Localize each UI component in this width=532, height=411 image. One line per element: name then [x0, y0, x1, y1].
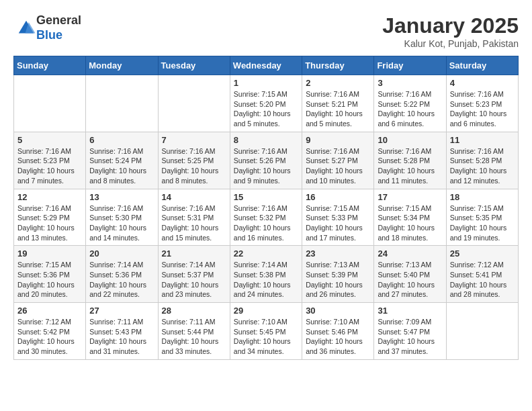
day-info: Sunrise: 7:16 AMSunset: 5:31 PMDaylight:…	[162, 203, 226, 243]
day-info: Sunrise: 7:15 AMSunset: 5:34 PMDaylight:…	[378, 203, 442, 243]
day-number: 24	[378, 248, 442, 259]
day-info: Sunrise: 7:16 AMSunset: 5:22 PMDaylight:…	[378, 89, 442, 129]
day-info: Sunrise: 7:13 AMSunset: 5:40 PMDaylight:…	[378, 260, 442, 300]
calendar-week-row: 19Sunrise: 7:15 AMSunset: 5:36 PMDayligh…	[14, 246, 519, 303]
day-info: Sunrise: 7:15 AMSunset: 5:20 PMDaylight:…	[234, 89, 298, 129]
day-number: 22	[234, 248, 298, 259]
logo-general-text: General	[36, 13, 81, 28]
day-info: Sunrise: 7:16 AMSunset: 5:29 PMDaylight:…	[17, 203, 82, 243]
day-number: 29	[234, 306, 298, 316]
day-number: 16	[306, 192, 370, 202]
weekday-header-wednesday: Wednesday	[230, 56, 302, 75]
day-number: 18	[450, 192, 515, 202]
calendar-cell: 26Sunrise: 7:12 AMSunset: 5:42 PMDayligh…	[14, 303, 86, 360]
calendar-cell: 25Sunrise: 7:12 AMSunset: 5:41 PMDayligh…	[446, 246, 518, 303]
calendar-cell: 27Sunrise: 7:11 AMSunset: 5:43 PMDayligh…	[86, 303, 158, 360]
day-number: 21	[162, 248, 226, 259]
day-number: 27	[89, 306, 154, 316]
calendar-cell: 11Sunrise: 7:16 AMSunset: 5:28 PMDayligh…	[446, 132, 518, 189]
day-number: 4	[450, 78, 515, 88]
calendar-cell: 5Sunrise: 7:16 AMSunset: 5:23 PMDaylight…	[14, 132, 86, 189]
day-info: Sunrise: 7:16 AMSunset: 5:23 PMDaylight:…	[450, 89, 515, 129]
calendar-cell: 16Sunrise: 7:15 AMSunset: 5:33 PMDayligh…	[302, 189, 374, 246]
weekday-header-friday: Friday	[374, 56, 446, 75]
calendar-cell: 10Sunrise: 7:16 AMSunset: 5:28 PMDayligh…	[374, 132, 446, 189]
day-number: 9	[306, 135, 370, 145]
day-number: 19	[17, 248, 82, 259]
calendar-cell: 19Sunrise: 7:15 AMSunset: 5:36 PMDayligh…	[14, 246, 86, 303]
day-info: Sunrise: 7:13 AMSunset: 5:39 PMDaylight:…	[306, 260, 370, 300]
day-number: 30	[306, 306, 370, 316]
day-info: Sunrise: 7:15 AMSunset: 5:36 PMDaylight:…	[17, 260, 82, 300]
day-number: 10	[378, 135, 442, 145]
day-number: 7	[162, 135, 226, 145]
logo-icon	[16, 18, 36, 38]
day-number: 31	[378, 306, 442, 316]
calendar-cell: 17Sunrise: 7:15 AMSunset: 5:34 PMDayligh…	[374, 189, 446, 246]
calendar-cell: 21Sunrise: 7:14 AMSunset: 5:37 PMDayligh…	[158, 246, 230, 303]
calendar-cell: 7Sunrise: 7:16 AMSunset: 5:25 PMDaylight…	[158, 132, 230, 189]
day-number: 23	[306, 248, 370, 259]
day-info: Sunrise: 7:15 AMSunset: 5:35 PMDaylight:…	[450, 203, 515, 243]
calendar-week-row: 5Sunrise: 7:16 AMSunset: 5:23 PMDaylight…	[14, 132, 519, 189]
day-number: 20	[89, 248, 154, 259]
day-info: Sunrise: 7:12 AMSunset: 5:42 PMDaylight:…	[17, 317, 82, 357]
day-info: Sunrise: 7:15 AMSunset: 5:33 PMDaylight:…	[306, 203, 370, 243]
day-number: 3	[378, 78, 442, 88]
calendar-cell: 18Sunrise: 7:15 AMSunset: 5:35 PMDayligh…	[446, 189, 518, 246]
day-info: Sunrise: 7:16 AMSunset: 5:28 PMDaylight:…	[450, 146, 515, 186]
title-block: January 2025 Kalur Kot, Punjab, Pakistan	[382, 13, 519, 49]
day-number: 12	[17, 192, 82, 202]
day-number: 28	[162, 306, 226, 316]
day-number: 1	[234, 78, 298, 88]
day-number: 17	[378, 192, 442, 202]
calendar-cell: 29Sunrise: 7:10 AMSunset: 5:45 PMDayligh…	[230, 303, 302, 360]
day-info: Sunrise: 7:16 AMSunset: 5:28 PMDaylight:…	[378, 146, 442, 186]
calendar-cell: 15Sunrise: 7:16 AMSunset: 5:32 PMDayligh…	[230, 189, 302, 246]
day-number: 13	[89, 192, 154, 202]
day-number: 6	[89, 135, 154, 145]
calendar-cell: 6Sunrise: 7:16 AMSunset: 5:24 PMDaylight…	[86, 132, 158, 189]
calendar-cell: 9Sunrise: 7:16 AMSunset: 5:27 PMDaylight…	[302, 132, 374, 189]
day-info: Sunrise: 7:16 AMSunset: 5:26 PMDaylight:…	[234, 146, 298, 186]
day-info: Sunrise: 7:12 AMSunset: 5:41 PMDaylight:…	[450, 260, 515, 300]
weekday-header-sunday: Sunday	[14, 56, 86, 75]
page-header: General Blue January 2025 Kalur Kot, Pun…	[13, 13, 519, 49]
weekday-header-saturday: Saturday	[446, 56, 518, 75]
calendar-cell: 1Sunrise: 7:15 AMSunset: 5:20 PMDaylight…	[230, 75, 302, 132]
day-info: Sunrise: 7:16 AMSunset: 5:23 PMDaylight:…	[17, 146, 82, 186]
logo-blue-text: Blue	[36, 28, 81, 43]
calendar-cell: 3Sunrise: 7:16 AMSunset: 5:22 PMDaylight…	[374, 75, 446, 132]
calendar-cell: 4Sunrise: 7:16 AMSunset: 5:23 PMDaylight…	[446, 75, 518, 132]
day-info: Sunrise: 7:16 AMSunset: 5:30 PMDaylight:…	[89, 203, 154, 243]
day-info: Sunrise: 7:14 AMSunset: 5:36 PMDaylight:…	[89, 260, 154, 300]
day-number: 2	[306, 78, 370, 88]
calendar-cell: 28Sunrise: 7:11 AMSunset: 5:44 PMDayligh…	[158, 303, 230, 360]
calendar-cell: 23Sunrise: 7:13 AMSunset: 5:39 PMDayligh…	[302, 246, 374, 303]
day-info: Sunrise: 7:16 AMSunset: 5:25 PMDaylight:…	[162, 146, 226, 186]
weekday-header-row: SundayMondayTuesdayWednesdayThursdayFrid…	[14, 56, 519, 75]
calendar-cell	[86, 75, 158, 132]
day-number: 15	[234, 192, 298, 202]
day-info: Sunrise: 7:10 AMSunset: 5:46 PMDaylight:…	[306, 317, 370, 357]
calendar-cell	[158, 75, 230, 132]
calendar-cell	[14, 75, 86, 132]
calendar-table: SundayMondayTuesdayWednesdayThursdayFrid…	[13, 56, 519, 360]
day-info: Sunrise: 7:16 AMSunset: 5:24 PMDaylight:…	[89, 146, 154, 186]
calendar-cell: 12Sunrise: 7:16 AMSunset: 5:29 PMDayligh…	[14, 189, 86, 246]
day-info: Sunrise: 7:14 AMSunset: 5:37 PMDaylight:…	[162, 260, 226, 300]
day-number: 26	[17, 306, 82, 316]
weekday-header-tuesday: Tuesday	[158, 56, 230, 75]
calendar-week-row: 12Sunrise: 7:16 AMSunset: 5:29 PMDayligh…	[14, 189, 519, 246]
day-number: 8	[234, 135, 298, 145]
day-info: Sunrise: 7:14 AMSunset: 5:38 PMDaylight:…	[234, 260, 298, 300]
day-info: Sunrise: 7:16 AMSunset: 5:27 PMDaylight:…	[306, 146, 370, 186]
calendar-cell: 30Sunrise: 7:10 AMSunset: 5:46 PMDayligh…	[302, 303, 374, 360]
calendar-cell: 8Sunrise: 7:16 AMSunset: 5:26 PMDaylight…	[230, 132, 302, 189]
day-info: Sunrise: 7:11 AMSunset: 5:44 PMDaylight:…	[162, 317, 226, 357]
calendar-title: January 2025	[382, 13, 519, 38]
day-info: Sunrise: 7:16 AMSunset: 5:21 PMDaylight:…	[306, 89, 370, 129]
calendar-cell	[446, 303, 518, 360]
day-info: Sunrise: 7:09 AMSunset: 5:47 PMDaylight:…	[378, 317, 442, 357]
weekday-header-monday: Monday	[86, 56, 158, 75]
